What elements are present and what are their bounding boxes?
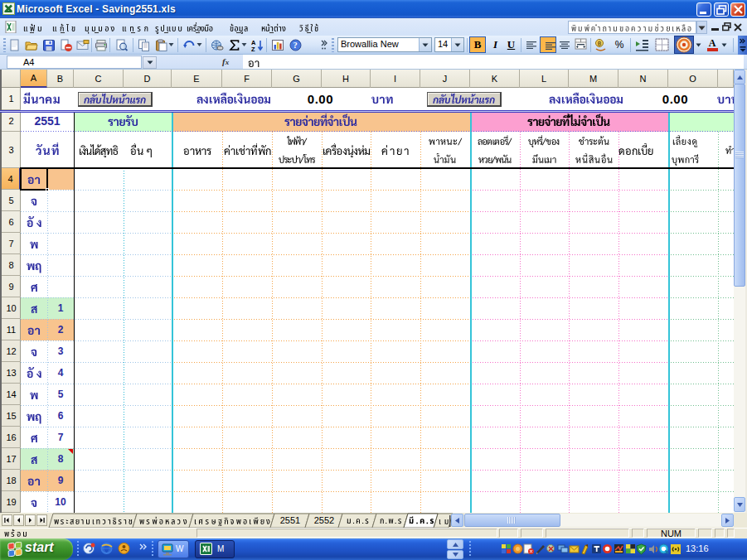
svg-text:Z: Z: [251, 46, 255, 52]
svg-text:฿: ฿: [598, 40, 602, 47]
svg-text:?: ?: [293, 41, 298, 50]
